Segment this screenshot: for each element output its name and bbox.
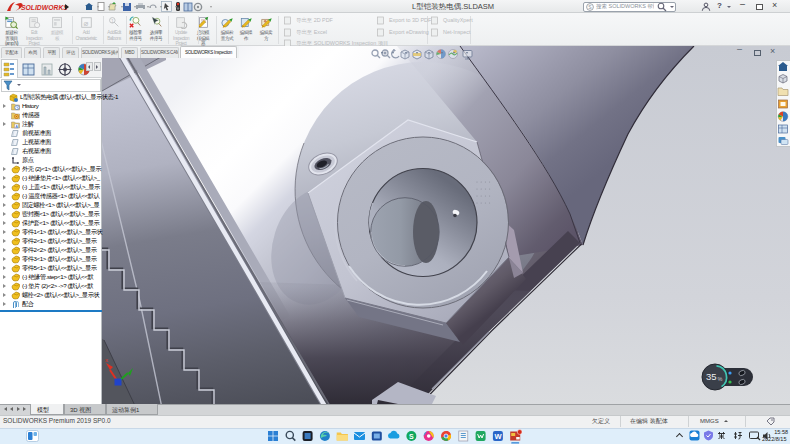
svg-text:SOLIDWORKS: SOLIDWORKS bbox=[21, 4, 67, 11]
svg-text:S: S bbox=[588, 4, 592, 10]
svg-text:W: W bbox=[495, 432, 503, 441]
svg-text:x: x bbox=[105, 357, 108, 363]
svg-text:S: S bbox=[409, 433, 414, 440]
svg-text:1: 1 bbox=[110, 18, 113, 24]
svg-text:%: % bbox=[718, 376, 723, 382]
svg-text:35: 35 bbox=[706, 371, 717, 382]
svg-text:⌀: ⌀ bbox=[83, 19, 88, 28]
svg-text:A: A bbox=[15, 124, 18, 129]
